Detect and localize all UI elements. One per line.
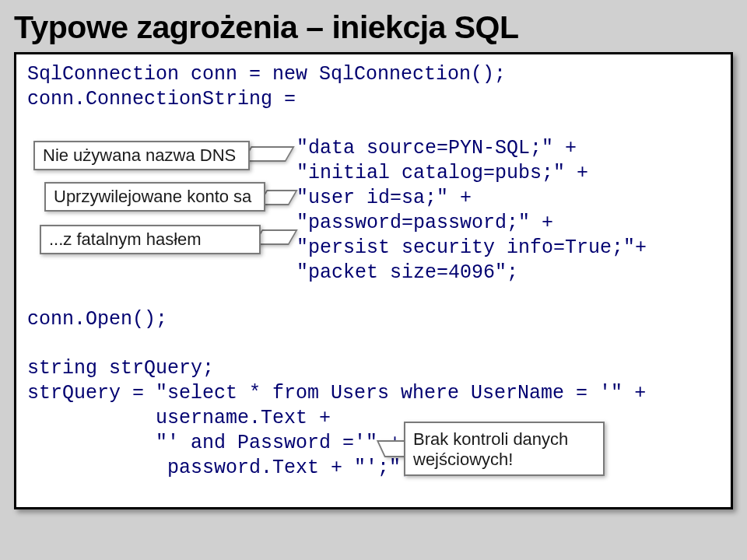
code-box: SqlConnection conn = new SqlConnection()… (14, 52, 733, 509)
code-line: conn.Open(); (27, 307, 167, 331)
code-line: "data source=PYN-SQL;" + (296, 136, 577, 160)
slide: Typowe zagrożenia – iniekcja SQL SqlConn… (0, 0, 747, 560)
callout-password: ...z fatalnym hasłem (40, 225, 261, 254)
callout-tail (242, 146, 295, 162)
code-line: "user id=sa;" + (296, 186, 472, 210)
code-line: "password=password;" + (296, 211, 553, 235)
code-line: strQuery = "select * from Users where Us… (27, 381, 646, 405)
callout-input-validation: Brak kontroli danych wejściowych! (404, 422, 605, 476)
code-line: username.Text + (27, 406, 331, 430)
code-line: "persist security info=True;"+ (296, 236, 647, 260)
callout-dns: Nie używana nazwa DNS (33, 141, 250, 170)
code-line: conn.ConnectionString = (27, 87, 296, 111)
slide-title: Typowe zagrożenia – iniekcja SQL (14, 9, 733, 46)
code-line: SqlConnection conn = new SqlConnection()… (27, 62, 506, 86)
code-line: password.Text + "';"; (27, 456, 412, 480)
code-line: string strQuery; (27, 356, 214, 380)
code-line: "' and Password ='" + (27, 431, 401, 455)
callout-sa-account: Uprzywilejowane konto sa (44, 182, 265, 212)
code-line: "packet size=4096"; (296, 261, 518, 285)
code-line: "initial catalog=pubs;" + (296, 161, 588, 185)
